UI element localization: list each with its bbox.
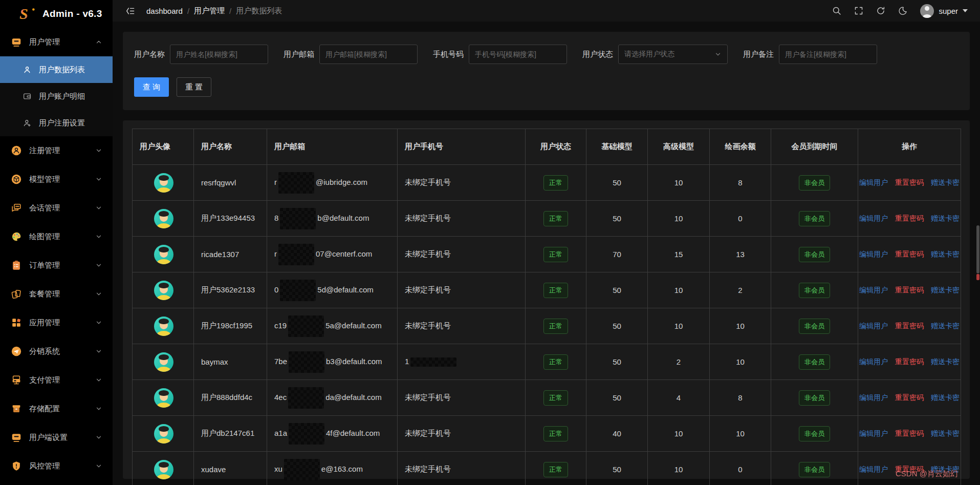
sidebar-collapse-icon[interactable] <box>125 6 135 16</box>
breadcrumb-item[interactable]: dashboard <box>146 7 183 15</box>
edit-user-link[interactable]: 编辑用户 <box>859 214 888 223</box>
reset-password-link[interactable]: 重置密码 <box>895 393 924 403</box>
email-prefix: r <box>274 249 277 258</box>
sidebar-item-label: 存储配置 <box>29 404 95 414</box>
censored-email-block <box>280 280 316 301</box>
table-row: 用户888ddfd4c4ecda@default.com未绑定手机号正常5048… <box>133 380 961 416</box>
sidebar-item-distribution-system[interactable]: 分销系统 <box>0 337 113 366</box>
chevron-down-icon <box>95 233 102 240</box>
cell-phone: 未绑定手机号 <box>398 380 526 416</box>
edit-user-link[interactable]: 编辑用户 <box>859 357 888 367</box>
page-scrollbar[interactable] <box>976 0 979 485</box>
sidebar-item-client-settings[interactable]: 用户端设置 <box>0 423 113 452</box>
sidebar-item-user-management[interactable]: 用户管理 <box>0 28 113 56</box>
sidebar-item-user-account-detail[interactable]: 用户账户明细 <box>0 83 113 110</box>
breadcrumb-item[interactable]: 用户管理 <box>194 6 225 16</box>
row-actions: 编辑用户重置密码赠送卡密 <box>859 286 960 295</box>
email-prefix: 7be <box>274 356 287 365</box>
user-table-card: 用户头像用户名称用户邮箱用户手机号用户状态基础模型高级模型绘画余额会员到期时间操… <box>123 120 970 479</box>
edit-user-link[interactable]: 编辑用户 <box>859 393 888 403</box>
cell-username: resrfqgwvl <box>194 165 267 201</box>
edit-user-link[interactable]: 编辑用户 <box>859 429 888 438</box>
sidebar-item-register-management[interactable]: 注册管理 <box>0 136 113 165</box>
phone-input[interactable] <box>469 45 567 64</box>
gift-card-link[interactable]: 赠送卡密 <box>931 393 960 403</box>
sidebar-item-risk-management[interactable]: 风控管理 <box>0 452 113 480</box>
filter-label-email: 用户邮箱 <box>284 50 314 59</box>
gift-card-link[interactable]: 赠送卡密 <box>931 178 960 187</box>
gift-card-link[interactable]: 赠送卡密 <box>931 322 960 331</box>
reset-password-link[interactable]: 重置密码 <box>895 178 924 187</box>
cell-phone: 未绑定手机号 <box>398 165 526 201</box>
email-suffix: @iubridge.com <box>316 177 367 186</box>
sidebar-item-storage-config[interactable]: 存储配置 <box>0 394 113 423</box>
reset-password-link[interactable]: 重置密码 <box>895 465 924 474</box>
sidebar-item-app-management[interactable]: 应用管理 <box>0 308 113 337</box>
avatar-shirt <box>157 223 171 228</box>
cell-phone: 未绑定手机号 <box>398 452 526 485</box>
sidebar-item-user-data-list[interactable]: 用户数据列表 <box>0 56 113 83</box>
reset-password-link[interactable]: 重置密码 <box>895 357 924 367</box>
email-suffix: 5a@default.com <box>325 321 381 329</box>
censored-email-block <box>280 208 316 229</box>
wallet-icon <box>23 92 32 101</box>
username-input[interactable] <box>170 45 268 64</box>
search-icon[interactable] <box>832 6 841 15</box>
edit-user-link[interactable]: 编辑用户 <box>859 250 888 259</box>
email-input[interactable] <box>319 45 418 64</box>
reset-password-link[interactable]: 重置密码 <box>895 429 924 438</box>
page-content: 用户名称用户邮箱手机号码用户状态请选择用户状态用户备注 查 询 重 置 用户头像… <box>113 22 980 485</box>
sidebar-item-user-register-settings[interactable]: 用户注册设置 <box>0 110 113 136</box>
gift-card-link[interactable]: 赠送卡密 <box>931 357 960 367</box>
reset-password-link[interactable]: 重置密码 <box>895 250 924 259</box>
sidebar-item-drawing-management[interactable]: 绘图管理 <box>0 222 113 251</box>
sidebar-item-session-management[interactable]: 会话管理 <box>0 194 113 222</box>
status-badge: 正常 <box>543 390 568 406</box>
sidebar-item-label: 用户端设置 <box>29 433 95 442</box>
cell-email: 7beb3@default.com <box>267 344 398 380</box>
sidebar-item-package-management[interactable]: 套餐管理 <box>0 280 113 308</box>
table-header-row: 用户头像用户名称用户邮箱用户手机号用户状态基础模型高级模型绘画余额会员到期时间操… <box>133 129 961 165</box>
status-select[interactable]: 请选择用户状态 <box>618 45 728 64</box>
search-button[interactable]: 查 询 <box>134 77 169 97</box>
cell-advanced-model: 15 <box>648 237 710 272</box>
gift-card-link[interactable]: 赠送卡密 <box>931 250 960 259</box>
gift-card-link[interactable]: 赠送卡密 <box>931 214 960 223</box>
dark-mode-icon[interactable] <box>898 6 907 15</box>
gift-card-link[interactable]: 赠送卡密 <box>931 465 960 474</box>
refresh-icon[interactable] <box>876 6 885 15</box>
edit-user-link[interactable]: 编辑用户 <box>859 178 888 187</box>
sidebar-item-model-management[interactable]: 模型管理 <box>0 165 113 194</box>
row-actions: 编辑用户重置密码赠送卡密 <box>859 429 960 438</box>
cell-username: 用户198cf1995 <box>194 308 267 344</box>
edit-user-link[interactable]: 编辑用户 <box>859 465 888 474</box>
user-avatar <box>154 317 173 336</box>
breadcrumb-separator: / <box>187 7 189 15</box>
reset-password-link[interactable]: 重置密码 <box>895 322 924 331</box>
reset-button[interactable]: 重 置 <box>177 77 211 97</box>
gift-card-link[interactable]: 赠送卡密 <box>931 429 960 438</box>
cell-actions: 编辑用户重置密码赠送卡密 <box>858 201 961 237</box>
fullscreen-icon[interactable] <box>854 6 863 15</box>
member-badge: 非会员 <box>799 426 830 441</box>
cube-circle-icon <box>11 174 22 185</box>
email-prefix: xu <box>274 464 282 473</box>
status-badge: 正常 <box>543 319 568 334</box>
email-prefix: 4ec <box>274 392 287 401</box>
cell-member-expire: 非会员 <box>771 308 858 344</box>
edit-user-link[interactable]: 编辑用户 <box>859 286 888 295</box>
gift-card-link[interactable]: 赠送卡密 <box>931 286 960 295</box>
sidebar-item-order-management[interactable]: 订单管理 <box>0 251 113 280</box>
reset-password-link[interactable]: 重置密码 <box>895 286 924 295</box>
sidebar-item-payment-management[interactable]: 支付管理 <box>0 366 113 394</box>
scrollbar-thumb[interactable] <box>976 225 979 273</box>
table-row: ricade1307r07@centerf.com未绑定手机号正常701513非… <box>133 237 961 272</box>
app-title: Admin - v6.3 <box>42 8 102 19</box>
user-menu[interactable]: super <box>920 4 968 18</box>
reset-password-link[interactable]: 重置密码 <box>895 214 924 223</box>
chevron-down-icon <box>714 51 722 58</box>
remark-input[interactable] <box>779 45 877 64</box>
palette-icon <box>11 231 22 242</box>
cell-avatar <box>133 165 194 201</box>
edit-user-link[interactable]: 编辑用户 <box>859 322 888 331</box>
